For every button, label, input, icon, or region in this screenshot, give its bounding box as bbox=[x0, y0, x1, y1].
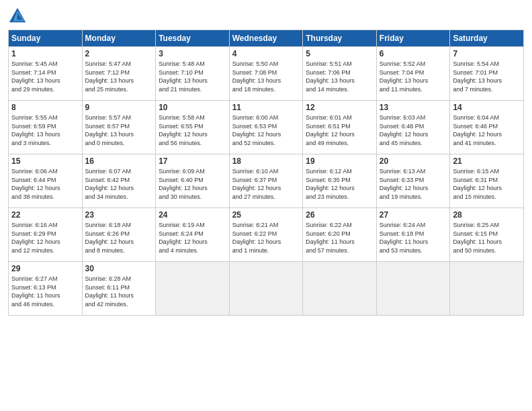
weekday-header-row: SundayMondayTuesdayWednesdayThursdayFrid… bbox=[9, 30, 524, 47]
day-info: Sunrise: 6:21 AM Sunset: 6:22 PM Dayligh… bbox=[232, 221, 300, 255]
day-info: Sunrise: 5:57 AM Sunset: 6:57 PM Dayligh… bbox=[85, 113, 153, 147]
calendar-table: SundayMondayTuesdayWednesdayThursdayFrid… bbox=[8, 30, 524, 316]
day-number: 8 bbox=[11, 103, 79, 112]
day-cell-20: 20Sunrise: 6:13 AM Sunset: 6:33 PM Dayli… bbox=[376, 154, 450, 208]
empty-cell bbox=[450, 262, 524, 316]
day-cell-4: 4Sunrise: 5:50 AM Sunset: 7:08 PM Daylig… bbox=[229, 47, 303, 101]
day-info: Sunrise: 5:47 AM Sunset: 7:12 PM Dayligh… bbox=[85, 60, 153, 93]
day-info: Sunrise: 6:07 AM Sunset: 6:42 PM Dayligh… bbox=[85, 167, 153, 201]
day-info: Sunrise: 6:12 AM Sunset: 6:35 PM Dayligh… bbox=[306, 167, 373, 201]
day-info: Sunrise: 6:00 AM Sunset: 6:53 PM Dayligh… bbox=[232, 113, 300, 147]
day-cell-27: 27Sunrise: 6:24 AM Sunset: 6:18 PM Dayli… bbox=[376, 208, 450, 262]
day-info: Sunrise: 5:52 AM Sunset: 7:04 PM Dayligh… bbox=[380, 60, 447, 93]
day-cell-5: 5Sunrise: 5:51 AM Sunset: 7:06 PM Daylig… bbox=[303, 47, 377, 101]
week-row-2: 8Sunrise: 5:55 AM Sunset: 6:59 PM Daylig… bbox=[9, 101, 524, 154]
day-number: 22 bbox=[11, 210, 79, 220]
day-cell-30: 30Sunrise: 6:28 AM Sunset: 6:11 PM Dayli… bbox=[82, 262, 156, 316]
day-number: 20 bbox=[380, 156, 447, 166]
day-number: 7 bbox=[453, 49, 521, 58]
day-info: Sunrise: 5:45 AM Sunset: 7:14 PM Dayligh… bbox=[11, 60, 79, 93]
day-info: Sunrise: 6:03 AM Sunset: 6:48 PM Dayligh… bbox=[380, 113, 447, 147]
day-number: 26 bbox=[306, 210, 373, 220]
week-row-4: 22Sunrise: 6:16 AM Sunset: 6:29 PM Dayli… bbox=[9, 208, 524, 262]
day-cell-11: 11Sunrise: 6:00 AM Sunset: 6:53 PM Dayli… bbox=[229, 101, 303, 154]
day-cell-12: 12Sunrise: 6:01 AM Sunset: 6:51 PM Dayli… bbox=[303, 101, 377, 154]
day-number: 6 bbox=[380, 49, 447, 58]
day-number: 1 bbox=[11, 49, 79, 58]
day-info: Sunrise: 6:19 AM Sunset: 6:24 PM Dayligh… bbox=[159, 221, 226, 255]
weekday-thursday: Thursday bbox=[303, 30, 377, 47]
day-cell-7: 7Sunrise: 5:54 AM Sunset: 7:01 PM Daylig… bbox=[450, 47, 524, 101]
week-row-1: 1Sunrise: 5:45 AM Sunset: 7:14 PM Daylig… bbox=[9, 47, 524, 101]
day-info: Sunrise: 6:13 AM Sunset: 6:33 PM Dayligh… bbox=[380, 167, 447, 201]
logo bbox=[8, 7, 30, 26]
weekday-saturday: Saturday bbox=[450, 30, 524, 47]
day-number: 2 bbox=[85, 49, 153, 58]
day-number: 25 bbox=[232, 210, 300, 220]
week-row-3: 15Sunrise: 6:06 AM Sunset: 6:44 PM Dayli… bbox=[9, 154, 524, 208]
day-number: 11 bbox=[232, 103, 300, 112]
day-info: Sunrise: 6:06 AM Sunset: 6:44 PM Dayligh… bbox=[11, 167, 79, 201]
day-number: 19 bbox=[306, 156, 373, 166]
day-number: 17 bbox=[159, 156, 226, 166]
empty-cell bbox=[376, 262, 450, 316]
day-number: 14 bbox=[453, 103, 521, 112]
day-number: 5 bbox=[306, 49, 373, 58]
day-number: 3 bbox=[159, 49, 226, 58]
day-info: Sunrise: 6:04 AM Sunset: 6:46 PM Dayligh… bbox=[453, 113, 521, 147]
day-cell-16: 16Sunrise: 6:07 AM Sunset: 6:42 PM Dayli… bbox=[82, 154, 156, 208]
empty-cell bbox=[156, 262, 230, 316]
day-cell-25: 25Sunrise: 6:21 AM Sunset: 6:22 PM Dayli… bbox=[229, 208, 303, 262]
day-cell-8: 8Sunrise: 5:55 AM Sunset: 6:59 PM Daylig… bbox=[9, 101, 83, 154]
day-cell-13: 13Sunrise: 6:03 AM Sunset: 6:48 PM Dayli… bbox=[376, 101, 450, 154]
day-cell-21: 21Sunrise: 6:15 AM Sunset: 6:31 PM Dayli… bbox=[450, 154, 524, 208]
day-number: 9 bbox=[85, 103, 153, 112]
day-cell-22: 22Sunrise: 6:16 AM Sunset: 6:29 PM Dayli… bbox=[9, 208, 83, 262]
day-info: Sunrise: 6:18 AM Sunset: 6:26 PM Dayligh… bbox=[85, 221, 153, 255]
day-info: Sunrise: 6:16 AM Sunset: 6:29 PM Dayligh… bbox=[11, 221, 79, 255]
day-info: Sunrise: 5:48 AM Sunset: 7:10 PM Dayligh… bbox=[159, 60, 226, 93]
day-cell-6: 6Sunrise: 5:52 AM Sunset: 7:04 PM Daylig… bbox=[376, 47, 450, 101]
day-info: Sunrise: 6:22 AM Sunset: 6:20 PM Dayligh… bbox=[306, 221, 373, 255]
week-row-5: 29Sunrise: 6:27 AM Sunset: 6:13 PM Dayli… bbox=[9, 262, 524, 316]
day-cell-15: 15Sunrise: 6:06 AM Sunset: 6:44 PM Dayli… bbox=[9, 154, 83, 208]
day-number: 13 bbox=[380, 103, 447, 112]
day-info: Sunrise: 5:54 AM Sunset: 7:01 PM Dayligh… bbox=[453, 60, 521, 93]
day-number: 4 bbox=[232, 49, 300, 58]
day-cell-29: 29Sunrise: 6:27 AM Sunset: 6:13 PM Dayli… bbox=[9, 262, 83, 316]
day-info: Sunrise: 6:10 AM Sunset: 6:37 PM Dayligh… bbox=[232, 167, 300, 201]
empty-cell bbox=[303, 262, 377, 316]
day-number: 23 bbox=[85, 210, 153, 220]
empty-cell bbox=[229, 262, 303, 316]
weekday-tuesday: Tuesday bbox=[156, 30, 230, 47]
day-cell-2: 2Sunrise: 5:47 AM Sunset: 7:12 PM Daylig… bbox=[82, 47, 156, 101]
calendar-container: SundayMondayTuesdayWednesdayThursdayFrid… bbox=[0, 0, 532, 411]
day-info: Sunrise: 6:24 AM Sunset: 6:18 PM Dayligh… bbox=[380, 221, 447, 255]
day-cell-18: 18Sunrise: 6:10 AM Sunset: 6:37 PM Dayli… bbox=[229, 154, 303, 208]
day-info: Sunrise: 6:27 AM Sunset: 6:13 PM Dayligh… bbox=[11, 275, 79, 308]
day-cell-26: 26Sunrise: 6:22 AM Sunset: 6:20 PM Dayli… bbox=[303, 208, 377, 262]
day-number: 28 bbox=[453, 210, 521, 220]
day-cell-10: 10Sunrise: 5:58 AM Sunset: 6:55 PM Dayli… bbox=[156, 101, 230, 154]
day-number: 30 bbox=[85, 264, 153, 273]
day-number: 27 bbox=[380, 210, 447, 220]
day-number: 29 bbox=[11, 264, 79, 273]
day-number: 15 bbox=[11, 156, 79, 166]
day-number: 12 bbox=[306, 103, 373, 112]
day-number: 21 bbox=[453, 156, 521, 166]
day-info: Sunrise: 5:50 AM Sunset: 7:08 PM Dayligh… bbox=[232, 60, 300, 93]
day-number: 18 bbox=[232, 156, 300, 166]
day-info: Sunrise: 6:15 AM Sunset: 6:31 PM Dayligh… bbox=[453, 167, 521, 201]
header bbox=[8, 7, 524, 26]
day-cell-14: 14Sunrise: 6:04 AM Sunset: 6:46 PM Dayli… bbox=[450, 101, 524, 154]
day-info: Sunrise: 6:01 AM Sunset: 6:51 PM Dayligh… bbox=[306, 113, 373, 147]
day-cell-17: 17Sunrise: 6:09 AM Sunset: 6:40 PM Dayli… bbox=[156, 154, 230, 208]
day-info: Sunrise: 6:25 AM Sunset: 6:15 PM Dayligh… bbox=[453, 221, 521, 255]
logo-icon bbox=[8, 7, 27, 26]
weekday-sunday: Sunday bbox=[9, 30, 83, 47]
day-number: 24 bbox=[159, 210, 226, 220]
weekday-friday: Friday bbox=[376, 30, 450, 47]
weekday-monday: Monday bbox=[82, 30, 156, 47]
day-cell-19: 19Sunrise: 6:12 AM Sunset: 6:35 PM Dayli… bbox=[303, 154, 377, 208]
day-cell-9: 9Sunrise: 5:57 AM Sunset: 6:57 PM Daylig… bbox=[82, 101, 156, 154]
